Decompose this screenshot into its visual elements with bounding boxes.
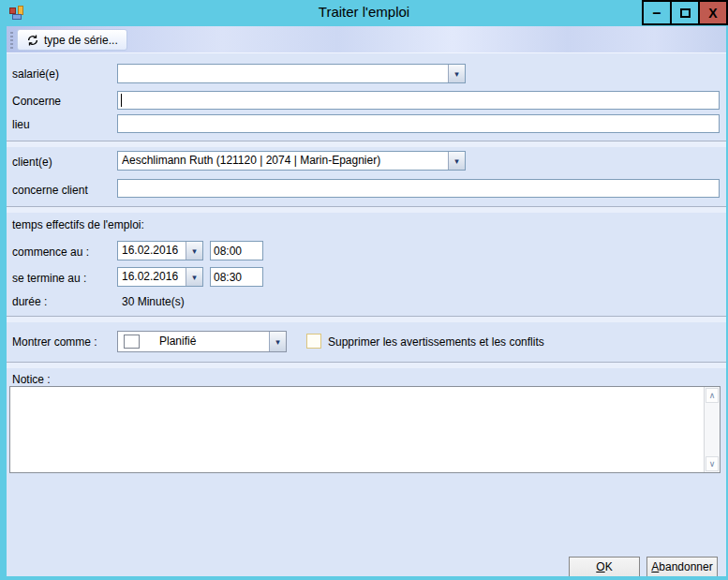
recurrence-icon bbox=[26, 34, 39, 47]
window-border-left bbox=[0, 26, 7, 580]
start-time-input[interactable] bbox=[210, 241, 263, 260]
suppress-warnings-label: Supprimer les avertissements et les conf… bbox=[328, 335, 544, 349]
start-label: commence au : bbox=[12, 245, 89, 259]
section-separator bbox=[7, 362, 726, 368]
minimize-icon: – bbox=[653, 8, 661, 18]
ok-button[interactable]: OK bbox=[569, 557, 640, 577]
lieu-input[interactable] bbox=[117, 114, 720, 133]
start-date-dropdown-button[interactable]: ▾ bbox=[186, 242, 202, 260]
client-combobox-value: Aeschlimann Ruth (121120 | 2074 | Marin-… bbox=[122, 152, 446, 170]
salarie-combobox[interactable]: ▾ bbox=[117, 64, 466, 83]
concerne-client-label: concerne client bbox=[12, 184, 88, 197]
section-separator bbox=[7, 316, 726, 322]
scroll-up-button[interactable]: ∧ bbox=[706, 388, 719, 403]
duration-label: durée : bbox=[12, 295, 47, 308]
concerne-label: Concerne bbox=[12, 95, 61, 108]
end-date-dropdown-button[interactable]: ▾ bbox=[186, 268, 202, 286]
chevron-down-icon: ▾ bbox=[192, 273, 197, 282]
chevron-down-icon: ▾ bbox=[275, 337, 280, 347]
notice-label: Notice : bbox=[12, 373, 51, 386]
show-as-color-swatch bbox=[124, 335, 140, 349]
client-dropdown-button[interactable]: ▾ bbox=[448, 152, 465, 170]
section-separator bbox=[7, 141, 726, 147]
client-label: client(e) bbox=[12, 156, 52, 169]
section-separator bbox=[7, 206, 726, 213]
series-type-button[interactable]: type de série... bbox=[17, 29, 127, 51]
notice-textarea[interactable] bbox=[10, 387, 704, 472]
concerne-input[interactable] bbox=[117, 91, 720, 110]
start-date-picker[interactable]: 16.02.2016 ▾ bbox=[117, 241, 203, 260]
show-as-label: Montrer comme : bbox=[12, 335, 97, 349]
notice-box: ∧ ∨ bbox=[9, 386, 721, 473]
show-as-dropdown-button[interactable]: ▾ bbox=[269, 332, 286, 351]
titlebar[interactable]: Traiter l'emploi – X bbox=[0, 0, 728, 26]
client-combobox[interactable]: Aeschlimann Ruth (121120 | 2074 | Marin-… bbox=[117, 151, 466, 171]
form-area: salarié(e) ▾ Concerne lieu client(e) Aes… bbox=[7, 53, 726, 576]
dialog-traiter-emploi: Traiter l'emploi – X type de série... sa… bbox=[0, 0, 728, 580]
chevron-down-icon: ▾ bbox=[454, 156, 459, 166]
show-as-combobox-value: Planifié bbox=[159, 332, 267, 351]
end-label: se termine au : bbox=[12, 272, 86, 285]
toolbar-grip[interactable] bbox=[10, 32, 13, 49]
notice-scrollbar[interactable]: ∧ ∨ bbox=[704, 387, 720, 472]
times-header: temps effectifs de l'emploi: bbox=[12, 218, 144, 231]
end-time-input[interactable] bbox=[210, 267, 263, 287]
lieu-label: lieu bbox=[12, 118, 30, 131]
close-icon: X bbox=[708, 6, 717, 21]
concerne-client-input[interactable] bbox=[117, 179, 720, 198]
chevron-down-icon: ▾ bbox=[454, 69, 459, 79]
window-title: Traiter l'emploi bbox=[0, 4, 728, 20]
scroll-down-button[interactable]: ∨ bbox=[706, 456, 719, 471]
scroll-down-icon: ∨ bbox=[709, 459, 716, 468]
maximize-icon bbox=[680, 8, 691, 18]
maximize-button[interactable] bbox=[670, 0, 700, 25]
start-date-value: 16.02.2016 bbox=[122, 242, 184, 260]
scroll-up-icon: ∧ bbox=[709, 391, 716, 400]
end-date-picker[interactable]: 16.02.2016 ▾ bbox=[117, 267, 203, 287]
text-caret bbox=[121, 94, 122, 107]
minimize-button[interactable]: – bbox=[642, 0, 672, 25]
cancel-button[interactable]: Abandonner bbox=[646, 557, 718, 577]
salarie-dropdown-button[interactable]: ▾ bbox=[448, 65, 465, 82]
salarie-label: salarié(e) bbox=[12, 67, 59, 81]
close-button[interactable]: X bbox=[698, 0, 728, 25]
end-date-value: 16.02.2016 bbox=[122, 268, 184, 286]
window-controls: – X bbox=[644, 0, 728, 25]
duration-value: 30 Minute(s) bbox=[122, 295, 185, 308]
series-type-button-label: type de série... bbox=[44, 34, 118, 47]
toolbar: type de série... bbox=[7, 26, 726, 53]
suppress-warnings-checkbox[interactable] bbox=[306, 334, 321, 349]
window-border-bottom bbox=[0, 576, 728, 580]
chevron-down-icon: ▾ bbox=[192, 246, 197, 256]
show-as-combobox[interactable]: Planifié ▾ bbox=[117, 331, 287, 352]
